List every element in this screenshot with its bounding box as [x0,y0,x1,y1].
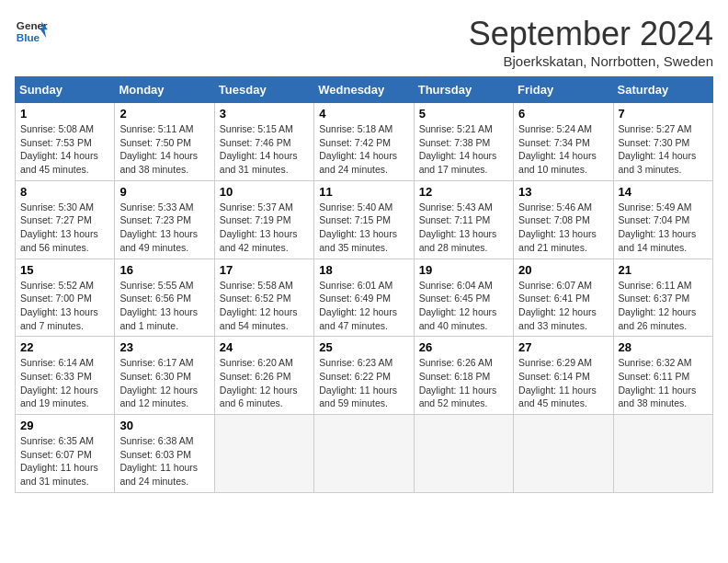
day-number: 10 [220,185,309,199]
calendar-cell: 20Sunrise: 6:07 AMSunset: 6:41 PMDayligh… [514,259,613,337]
day-number: 19 [419,263,508,277]
month-title: September 2024 [469,15,713,53]
calendar-cell: 13Sunrise: 5:46 AMSunset: 7:08 PMDayligh… [514,180,613,259]
weekday-header-wednesday: Wednesday [314,77,414,103]
day-number: 8 [20,185,109,199]
day-detail: Sunrise: 5:11 AMSunset: 7:50 PMDaylight:… [119,122,209,177]
calendar-cell: 28Sunrise: 6:32 AMSunset: 6:11 PMDayligh… [613,337,712,415]
day-detail: Sunrise: 6:07 AMSunset: 6:41 PMDaylight:… [518,279,608,333]
location-subtitle: Bjoerkskatan, Norrbotten, Sweden [469,53,713,69]
day-detail: Sunrise: 6:32 AMSunset: 6:11 PMDaylight:… [619,356,708,410]
calendar-cell: 22Sunrise: 6:14 AMSunset: 6:33 PMDayligh… [16,337,115,415]
weekday-header-sunday: Sunday [16,77,115,103]
calendar-week-5: 29Sunrise: 6:35 AMSunset: 6:07 PMDayligh… [16,415,713,493]
calendar-cell: 11Sunrise: 5:40 AMSunset: 7:15 PMDayligh… [314,180,414,259]
day-number: 13 [518,185,608,199]
day-number: 2 [119,107,209,121]
day-number: 22 [20,340,109,354]
day-number: 18 [319,263,408,277]
day-detail: Sunrise: 6:14 AMSunset: 6:33 PMDaylight:… [20,356,109,410]
day-number: 17 [220,263,309,277]
calendar-cell: 14Sunrise: 5:49 AMSunset: 7:04 PMDayligh… [613,180,712,259]
weekday-header-monday: Monday [115,77,214,103]
day-detail: Sunrise: 6:26 AMSunset: 6:18 PMDaylight:… [419,356,508,410]
day-number: 28 [619,340,708,354]
day-detail: Sunrise: 5:40 AMSunset: 7:15 PMDaylight:… [319,201,408,255]
day-detail: Sunrise: 5:30 AMSunset: 7:27 PMDaylight:… [20,201,109,255]
calendar-cell: 6Sunrise: 5:24 AMSunset: 7:34 PMDaylight… [514,103,613,181]
calendar-table: SundayMondayTuesdayWednesdayThursdayFrid… [15,76,713,493]
day-detail: Sunrise: 5:55 AMSunset: 6:56 PMDaylight:… [119,279,209,333]
day-number: 27 [518,340,608,354]
title-block: September 2024 Bjoerkskatan, Norrbotten,… [469,15,713,69]
day-number: 3 [220,107,309,121]
day-detail: Sunrise: 5:27 AMSunset: 7:30 PMDaylight:… [619,122,708,177]
day-detail: Sunrise: 5:15 AMSunset: 7:46 PMDaylight:… [220,122,309,177]
calendar-cell: 21Sunrise: 6:11 AMSunset: 6:37 PMDayligh… [613,259,712,337]
day-detail: Sunrise: 5:43 AMSunset: 7:11 PMDaylight:… [419,201,508,255]
calendar-cell: 5Sunrise: 5:21 AMSunset: 7:38 PMDaylight… [414,103,513,181]
calendar-cell: 24Sunrise: 6:20 AMSunset: 6:26 PMDayligh… [214,337,313,415]
svg-text:Blue: Blue [17,31,40,43]
calendar-cell: 25Sunrise: 6:23 AMSunset: 6:22 PMDayligh… [314,337,414,415]
day-detail: Sunrise: 6:29 AMSunset: 6:14 PMDaylight:… [518,356,608,410]
day-detail: Sunrise: 5:58 AMSunset: 6:52 PMDaylight:… [220,279,309,333]
calendar-cell: 26Sunrise: 6:26 AMSunset: 6:18 PMDayligh… [414,337,513,415]
calendar-cell: 8Sunrise: 5:30 AMSunset: 7:27 PMDaylight… [16,180,115,259]
weekday-header-friday: Friday [514,77,613,103]
weekday-header-row: SundayMondayTuesdayWednesdayThursdayFrid… [16,77,713,103]
day-number: 1 [20,107,109,121]
logo: General Blue [15,15,48,48]
day-detail: Sunrise: 5:46 AMSunset: 7:08 PMDaylight:… [518,201,608,255]
day-detail: Sunrise: 5:37 AMSunset: 7:19 PMDaylight:… [220,201,309,255]
weekday-header-thursday: Thursday [414,77,513,103]
day-detail: Sunrise: 5:21 AMSunset: 7:38 PMDaylight:… [419,122,508,177]
calendar-week-1: 1Sunrise: 5:08 AMSunset: 7:53 PMDaylight… [16,103,713,181]
calendar-cell: 27Sunrise: 6:29 AMSunset: 6:14 PMDayligh… [514,337,613,415]
calendar-cell [613,415,712,493]
calendar-cell: 16Sunrise: 5:55 AMSunset: 6:56 PMDayligh… [115,259,214,337]
day-detail: Sunrise: 5:33 AMSunset: 7:23 PMDaylight:… [119,201,209,255]
calendar-week-3: 15Sunrise: 5:52 AMSunset: 7:00 PMDayligh… [16,259,713,337]
calendar-cell: 23Sunrise: 6:17 AMSunset: 6:30 PMDayligh… [115,337,214,415]
day-number: 29 [20,419,109,432]
day-number: 7 [619,107,708,121]
day-detail: Sunrise: 6:35 AMSunset: 6:07 PMDaylight:… [20,434,109,488]
calendar-cell: 3Sunrise: 5:15 AMSunset: 7:46 PMDaylight… [214,103,313,181]
calendar-cell: 29Sunrise: 6:35 AMSunset: 6:07 PMDayligh… [16,415,115,493]
calendar-cell: 1Sunrise: 5:08 AMSunset: 7:53 PMDaylight… [16,103,115,181]
calendar-cell: 9Sunrise: 5:33 AMSunset: 7:23 PMDaylight… [115,180,214,259]
logo-icon: General Blue [15,15,48,48]
day-detail: Sunrise: 5:49 AMSunset: 7:04 PMDaylight:… [619,201,708,255]
day-detail: Sunrise: 5:52 AMSunset: 7:00 PMDaylight:… [20,279,109,333]
day-number: 5 [419,107,508,121]
calendar-cell: 12Sunrise: 5:43 AMSunset: 7:11 PMDayligh… [414,180,513,259]
calendar-cell: 7Sunrise: 5:27 AMSunset: 7:30 PMDaylight… [613,103,712,181]
day-detail: Sunrise: 5:08 AMSunset: 7:53 PMDaylight:… [20,122,109,177]
day-number: 9 [119,185,209,199]
day-number: 23 [119,340,209,354]
calendar-cell: 18Sunrise: 6:01 AMSunset: 6:49 PMDayligh… [314,259,414,337]
day-number: 16 [119,263,209,277]
calendar-week-2: 8Sunrise: 5:30 AMSunset: 7:27 PMDaylight… [16,180,713,259]
day-detail: Sunrise: 6:20 AMSunset: 6:26 PMDaylight:… [220,356,309,410]
calendar-cell: 2Sunrise: 5:11 AMSunset: 7:50 PMDaylight… [115,103,214,181]
calendar-cell [214,415,313,493]
day-number: 12 [419,185,508,199]
day-number: 21 [619,263,708,277]
day-detail: Sunrise: 5:18 AMSunset: 7:42 PMDaylight:… [319,122,408,177]
day-detail: Sunrise: 6:38 AMSunset: 6:03 PMDaylight:… [119,434,209,488]
day-number: 14 [619,185,708,199]
weekday-header-saturday: Saturday [613,77,712,103]
day-detail: Sunrise: 6:17 AMSunset: 6:30 PMDaylight:… [119,356,209,410]
calendar-cell [514,415,613,493]
day-detail: Sunrise: 6:23 AMSunset: 6:22 PMDaylight:… [319,356,408,410]
calendar-cell [414,415,513,493]
calendar-cell: 15Sunrise: 5:52 AMSunset: 7:00 PMDayligh… [16,259,115,337]
calendar-cell: 19Sunrise: 6:04 AMSunset: 6:45 PMDayligh… [414,259,513,337]
day-detail: Sunrise: 5:24 AMSunset: 7:34 PMDaylight:… [518,122,608,177]
day-number: 30 [119,419,209,432]
calendar-cell: 10Sunrise: 5:37 AMSunset: 7:19 PMDayligh… [214,180,313,259]
weekday-header-tuesday: Tuesday [214,77,313,103]
day-number: 4 [319,107,408,121]
